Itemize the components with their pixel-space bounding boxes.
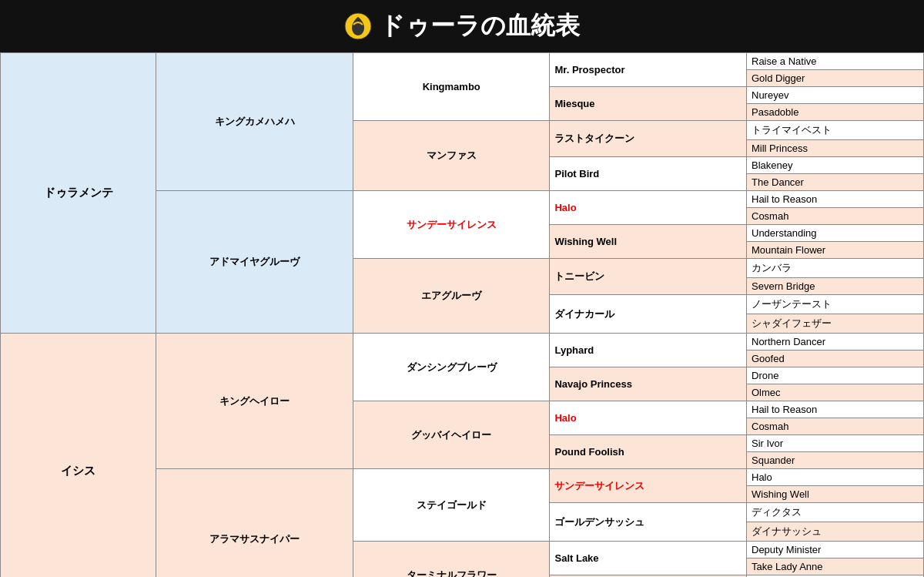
gen5-12: カンバラ bbox=[747, 259, 924, 278]
gen2-admiregroove: アドマイヤグルーヴ bbox=[156, 191, 353, 334]
gen1-isis: イシス bbox=[1, 334, 156, 578]
gen5-25: Wishing Well bbox=[747, 486, 924, 503]
gen2-kinghalo: キングヘイロー bbox=[156, 334, 353, 469]
gen4-6: トニービン bbox=[550, 259, 747, 295]
gen3-3: エアグルーヴ bbox=[353, 259, 550, 334]
gen5-29: Take Lady Anne bbox=[747, 559, 924, 575]
gen5-27: ダイナサッシュ bbox=[747, 522, 924, 542]
pedigree-table: ドゥラメンテキングカメハメハKingmamboMr. ProspectorRai… bbox=[0, 52, 924, 577]
gen1-duramente: ドゥラメンテ bbox=[1, 53, 156, 334]
gen4-8: Lyphard bbox=[550, 334, 747, 367]
gen4-3: Pilot Bird bbox=[550, 157, 747, 191]
gen5-6: Blakeney bbox=[747, 157, 924, 174]
gen5-18: Drone bbox=[747, 367, 924, 384]
gen5-26: ディクタス bbox=[747, 503, 924, 522]
gen4-14: Salt Lake bbox=[550, 542, 747, 575]
gen5-13: Severn Bridge bbox=[747, 278, 924, 295]
gen5-2: Nureyev bbox=[747, 87, 924, 104]
gen3-1: マンファス bbox=[353, 121, 550, 191]
gen3-7: ターミナルフラワー bbox=[353, 542, 550, 578]
gen5-14: ノーザンテースト bbox=[747, 295, 924, 314]
gen5-17: Goofed bbox=[747, 351, 924, 367]
gen5-10: Understanding bbox=[747, 225, 924, 242]
gen5-15: シャダイフェザー bbox=[747, 314, 924, 334]
gen4-13: ゴールデンサッシュ bbox=[550, 503, 747, 542]
gen4-10: Halo bbox=[550, 401, 747, 435]
gen5-5: Mill Princess bbox=[747, 140, 924, 157]
gen4-1: Miesque bbox=[550, 87, 747, 121]
gen5-21: Cosmah bbox=[747, 418, 924, 435]
gen5-23: Squander bbox=[747, 452, 924, 469]
gen5-28: Deputy Minister bbox=[747, 542, 924, 559]
gen4-11: Pound Foolish bbox=[550, 435, 747, 469]
gen5-0: Raise a Native bbox=[747, 53, 924, 70]
gen5-19: Olmec bbox=[747, 384, 924, 401]
gen5-20: Hail to Reason bbox=[747, 401, 924, 418]
gen5-7: The Dancer bbox=[747, 174, 924, 191]
gen5-4: トライマイベスト bbox=[747, 121, 924, 140]
gen5-16: Northern Dancer bbox=[747, 334, 924, 351]
gen3-4: ダンシングブレーヴ bbox=[353, 334, 550, 401]
gen4-2: ラストタイクーン bbox=[550, 121, 747, 157]
gen5-3: Pasadoble bbox=[747, 104, 924, 121]
gen4-12: サンデーサイレンス bbox=[550, 469, 747, 503]
gen5-8: Hail to Reason bbox=[747, 191, 924, 208]
gen3-0: Kingmambo bbox=[353, 53, 550, 121]
spaia-logo-icon bbox=[344, 12, 372, 40]
main-content: ドゥラメンテキングカメハメハKingmamboMr. ProspectorRai… bbox=[0, 52, 924, 577]
gen4-9: Navajo Princess bbox=[550, 367, 747, 401]
gen4-7: ダイナカール bbox=[550, 295, 747, 334]
gen3-2: サンデーサイレンス bbox=[353, 191, 550, 259]
gen3-5: グッバイヘイロー bbox=[353, 401, 550, 469]
page-header: ドゥーラの血統表 bbox=[0, 0, 924, 52]
gen4-4: Halo bbox=[550, 191, 747, 225]
gen5-1: Gold Digger bbox=[747, 70, 924, 87]
gen3-6: ステイゴールド bbox=[353, 469, 550, 542]
gen4-5: Wishing Well bbox=[550, 225, 747, 259]
gen5-11: Mountain Flower bbox=[747, 242, 924, 259]
gen5-9: Cosmah bbox=[747, 208, 924, 225]
gen5-22: Sir Ivor bbox=[747, 435, 924, 452]
gen5-24: Halo bbox=[747, 469, 924, 486]
gen4-0: Mr. Prospector bbox=[550, 53, 747, 87]
page-title: ドゥーラの血統表 bbox=[380, 9, 580, 43]
gen2-aramasasniper: アラマサスナイパー bbox=[156, 469, 353, 578]
gen2-kingcamehameba: キングカメハメハ bbox=[156, 53, 353, 191]
